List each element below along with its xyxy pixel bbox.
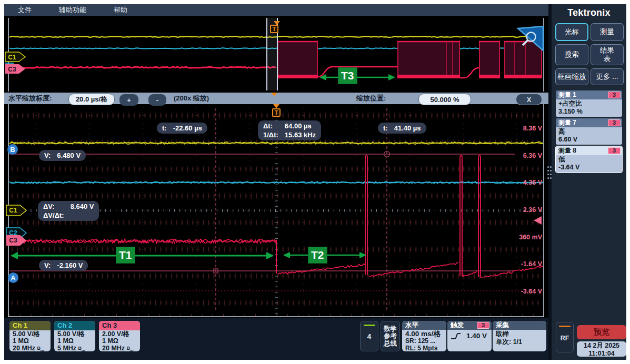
ch2-tag[interactable]: C2 [5, 229, 21, 237]
more-button[interactable]: 更多 ... [591, 68, 624, 85]
zoom-scale-value[interactable]: 20.0 µs/格 [68, 94, 115, 105]
cursor-t2-readout[interactable]: t:41.40 µs [378, 123, 426, 134]
waveform-area: T C1 C3 T3 水平缩放标度: 20.0 µs/格 + - (200x 缩… [4, 16, 548, 322]
rising-edge-icon [451, 332, 461, 340]
ch3-trace-overview [9, 67, 276, 68]
menu-help[interactable]: 帮助 [114, 5, 127, 15]
ch3-burst-4 [504, 41, 542, 78]
cursors-button[interactable]: 光标 [555, 23, 588, 41]
measure-button[interactable]: 测量 [591, 23, 624, 41]
app-window: 文件 辅助功能 帮助 [4, 4, 626, 360]
date: 14 2月 2025 [577, 342, 626, 350]
acquisition-tile[interactable]: 采集 取样 单次: 1/1 [493, 321, 546, 351]
ch1-trace [9, 142, 543, 145]
t1-label: T1 [116, 247, 135, 264]
source-badge: 3 [608, 119, 621, 126]
main-plot: T t:-22.60 µs Δt:64.00 µs 1/Δt:15.63 kHz… [4, 104, 548, 318]
cursor-vbottom-readout[interactable]: V:-2.160 V [39, 260, 88, 271]
horizontal-tile[interactable]: 水平 4.00 ms/格 SR: 125 ... RL: 5 Mpts [402, 321, 446, 351]
ch3-level-arrow[interactable] [534, 216, 542, 225]
tektronix-logo: Tektronix [552, 7, 626, 18]
results-table-button[interactable]: 结果 表 [591, 44, 624, 65]
axis-label: -1.64 V [509, 260, 542, 268]
ch3-burst-2 [397, 41, 460, 78]
ch4-color-bar [364, 325, 375, 326]
datetime-tile: 14 2月 2025 11:01:04 [577, 341, 626, 357]
cursor-t1-readout[interactable]: t:-22.60 µs [157, 123, 207, 134]
zoom-scale-label: 水平缩放标度: [8, 93, 52, 104]
panel-drag-handle[interactable] [547, 166, 549, 168]
ch3-burst-1 [277, 41, 318, 78]
source-badge: 3 [608, 92, 621, 98]
cursor-a-badge[interactable]: A [8, 272, 18, 283]
cursor-dv-readout[interactable]: ΔV:8.640 V ΔV/Δt: [38, 201, 99, 221]
time: 11:01:04 [577, 350, 626, 358]
rf-color-bar [559, 326, 571, 327]
axis-label: 360 mV [509, 234, 542, 241]
ch3-tag[interactable]: C3 [5, 237, 21, 244]
trigger-marker-overview[interactable]: T [270, 25, 278, 33]
t3-label: T3 [338, 67, 357, 84]
draw-box-zoom-button[interactable]: 框画缩放 [555, 68, 588, 85]
ch3-tag-overview[interactable]: C3 [4, 66, 20, 73]
zoom-position-value[interactable]: 50.000 % [418, 94, 471, 105]
t1-arrow [11, 252, 274, 259]
channel-1-badge[interactable]: Ch 1 5.00 V/格 1 MΩ 20 MHz Bw [9, 321, 51, 351]
menu-bar: 文件 辅助功能 帮助 [4, 4, 548, 16]
trigger-tick-icon [271, 93, 277, 104]
t2-label: T2 [308, 247, 327, 264]
ch1-tag[interactable]: C1 [5, 207, 21, 214]
sidebar: Tektronix 光标 测量 搜索 结果 表 框画缩放 更多 ... 测量 1… [552, 4, 626, 360]
search-button[interactable]: 搜索 [555, 44, 588, 65]
menu-utility[interactable]: 辅助功能 [59, 5, 86, 15]
t3-arrow [319, 74, 395, 80]
preview-button[interactable]: 预览 [577, 325, 626, 339]
ch2-trace [9, 181, 543, 184]
axis-label: 2.36 V [509, 206, 542, 214]
channel-3-badge[interactable]: Ch 3 2.00 V/格 1 MΩ 20 MHz Bw [99, 321, 140, 351]
add-channel-4-tile[interactable]: 4 [360, 321, 378, 351]
axis-label: 4.36 V [509, 179, 542, 186]
channel-2-badge[interactable]: Ch 2 5.00 V/格 1 MΩ 5 MHz Bw [54, 321, 95, 351]
math-ref-bus-tile[interactable]: 数学 参考 总线 [381, 321, 400, 351]
axis-label: 6.36 V [509, 152, 542, 159]
trigger-marker-main[interactable]: T [272, 108, 281, 117]
bottom-bar: Ch 1 5.00 V/格 1 MΩ 20 MHz Bw Ch 2 5.00 V… [4, 318, 548, 360]
trigger-source-badge: 3 [477, 322, 489, 329]
measurement-card-7[interactable]: 测量 7 3 高 6.60 V [556, 118, 622, 145]
zoom-factor-label: (200x 缩放) [174, 93, 209, 104]
axis-label: -3.64 V [509, 288, 542, 295]
trigger-arrow-icon [273, 104, 279, 108]
source-badge: 3 [608, 147, 621, 154]
overview-plot: T C1 C3 T3 [4, 16, 548, 93]
cursor-delta-readout[interactable]: Δt:64.00 µs 1/Δt:15.63 kHz [258, 120, 321, 140]
zoom-control-bar: 水平缩放标度: 20.0 µs/格 + - (200x 缩放) 缩放位置: 50… [4, 93, 548, 104]
trigger-tile[interactable]: 触发 3 1.40 V [447, 321, 492, 351]
axis-label: 8.36 V [509, 125, 542, 132]
ch1-tag-overview[interactable]: C1 [4, 54, 20, 61]
ch3-burst-3 [479, 41, 500, 78]
zoom-close-button[interactable]: X [516, 94, 542, 105]
cursor-vtop-readout[interactable]: V:6.480 V [39, 150, 86, 161]
measurement-card-8[interactable]: 测量 8 3 低 -3.64 V [556, 146, 622, 173]
menu-file[interactable]: 文件 [18, 5, 32, 15]
oscilloscope-screen: 文件 辅助功能 帮助 [0, 0, 630, 364]
zoom-position-label: 缩放位置: [356, 93, 386, 104]
rf-tile[interactable]: RF [556, 322, 574, 352]
cursor-b-badge[interactable]: B [7, 144, 18, 155]
measurement-card-1[interactable]: 测量 1 3 +占空比 3.150 % [556, 90, 622, 117]
